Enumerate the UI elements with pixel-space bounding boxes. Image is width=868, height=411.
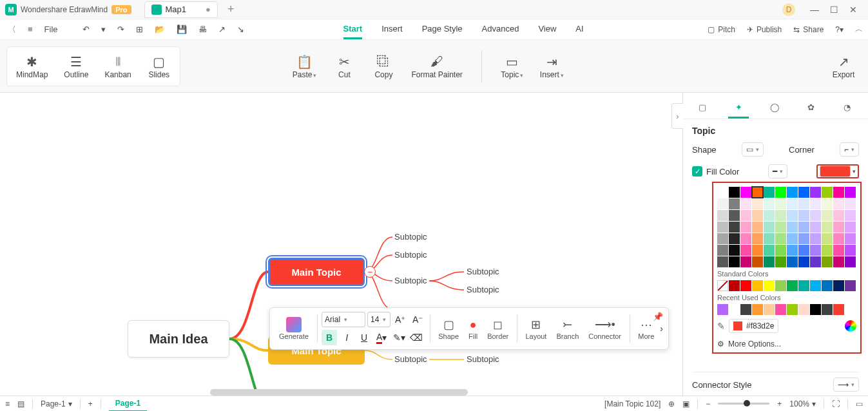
- color-swatch[interactable]: [822, 245, 833, 256]
- color-swatch[interactable]: [822, 187, 833, 198]
- color-swatch[interactable]: [810, 198, 821, 209]
- color-swatch[interactable]: [845, 245, 856, 256]
- color-swatch[interactable]: [775, 280, 786, 291]
- bold-button[interactable]: B: [322, 330, 337, 345]
- more-options-button[interactable]: ⚙More Options...: [717, 339, 856, 349]
- color-swatch[interactable]: [764, 198, 775, 209]
- color-swatch[interactable]: [717, 222, 728, 233]
- document-tab[interactable]: Map1 ●: [144, 1, 218, 18]
- topic-node-selected[interactable]: Main Topic: [268, 258, 365, 286]
- paste-button[interactable]: 📋Paste: [286, 50, 323, 83]
- color-swatch[interactable]: [810, 256, 821, 267]
- color-swatch[interactable]: [740, 198, 751, 209]
- color-swatch[interactable]: [833, 233, 844, 244]
- connector-style-select[interactable]: ⟶: [833, 378, 859, 392]
- color-swatch[interactable]: [833, 245, 844, 256]
- clear-format-button[interactable]: ⌫: [409, 330, 424, 345]
- color-swatch[interactable]: [787, 233, 798, 244]
- color-swatch[interactable]: [822, 280, 833, 291]
- color-swatch[interactable]: [833, 222, 844, 233]
- color-swatch[interactable]: [787, 245, 798, 256]
- menu-ai[interactable]: AI: [575, 20, 583, 39]
- color-swatch[interactable]: [740, 245, 751, 256]
- color-swatch[interactable]: [764, 245, 775, 256]
- color-swatch[interactable]: [729, 210, 740, 221]
- color-swatch[interactable]: [787, 187, 798, 198]
- horizontal-scrollbar[interactable]: [210, 389, 468, 396]
- color-swatch[interactable]: [810, 210, 821, 221]
- subtopic-node[interactable]: Subtopic: [467, 267, 499, 276]
- color-swatch[interactable]: [752, 233, 763, 244]
- color-swatch[interactable]: [752, 187, 763, 198]
- hex-input[interactable]: #f83d2e: [729, 319, 778, 333]
- format-painter-button[interactable]: 🖌Format Painter: [405, 50, 468, 83]
- panel-tab-style[interactable]: ✦: [728, 98, 749, 119]
- minimize-button[interactable]: —: [805, 5, 824, 15]
- color-swatch[interactable]: [729, 222, 740, 233]
- color-swatch[interactable]: [752, 256, 763, 267]
- color-swatch[interactable]: [764, 222, 775, 233]
- share-button[interactable]: ⇆Share: [793, 25, 824, 34]
- color-swatch[interactable]: [775, 304, 786, 315]
- color-swatch[interactable]: [775, 222, 786, 233]
- color-swatch[interactable]: [729, 256, 740, 267]
- shape-select[interactable]: ▭: [742, 142, 764, 157]
- page-tab[interactable]: Page-1: [109, 396, 147, 412]
- no-fill-swatch[interactable]: [717, 280, 728, 291]
- color-swatch[interactable]: [764, 233, 775, 244]
- color-swatch[interactable]: [775, 256, 786, 267]
- menu-start[interactable]: Start: [343, 20, 363, 39]
- maximize-button[interactable]: ☐: [824, 5, 844, 15]
- export-button[interactable]: ↗Export: [825, 50, 862, 83]
- color-swatch[interactable]: [798, 233, 809, 244]
- color-swatch[interactable]: [810, 245, 821, 256]
- subtopic-node[interactable]: Subtopic: [394, 250, 427, 260]
- color-swatch[interactable]: [822, 222, 833, 233]
- close-button[interactable]: ✕: [844, 5, 863, 15]
- zoom-in-button[interactable]: +: [777, 399, 782, 408]
- color-swatch[interactable]: [798, 245, 809, 256]
- fill-button[interactable]: ●Fill: [465, 316, 481, 341]
- color-swatch[interactable]: [822, 210, 833, 221]
- color-swatch[interactable]: [845, 210, 856, 221]
- color-swatch[interactable]: [717, 210, 728, 221]
- color-swatch[interactable]: [822, 198, 833, 209]
- color-swatch[interactable]: [764, 280, 775, 291]
- subtopic-node[interactable]: Subtopic: [394, 354, 427, 364]
- font-size-select[interactable]: 14: [367, 312, 391, 327]
- increase-font-button[interactable]: A⁺: [392, 312, 408, 327]
- color-swatch[interactable]: [729, 198, 740, 209]
- color-swatch[interactable]: [833, 280, 844, 291]
- underline-button[interactable]: U: [356, 330, 372, 345]
- color-swatch[interactable]: [752, 245, 763, 256]
- menu-page-style[interactable]: Page Style: [422, 20, 463, 39]
- cut-button[interactable]: ✂Cut: [326, 50, 362, 83]
- branch-button[interactable]: ⤚Branch: [552, 316, 583, 341]
- color-swatch[interactable]: [833, 304, 844, 315]
- panel-tab-icon[interactable]: ◯: [764, 98, 785, 119]
- publish-button[interactable]: ✈Publish: [747, 25, 782, 34]
- eyedropper-button[interactable]: ✎: [717, 321, 725, 331]
- color-swatch[interactable]: [752, 304, 763, 315]
- help-button[interactable]: ?▾: [835, 25, 844, 34]
- font-color-button[interactable]: A▾: [374, 330, 389, 345]
- expand-toolbar-button[interactable]: ›: [660, 321, 663, 336]
- view-kanban[interactable]: ⫴Kanban: [98, 50, 137, 83]
- italic-button[interactable]: I: [339, 330, 354, 345]
- color-swatch[interactable]: [717, 233, 728, 244]
- panel-collapse-button[interactable]: ›: [671, 103, 683, 129]
- panel-tab-history[interactable]: ◔: [836, 98, 857, 119]
- user-avatar[interactable]: D: [782, 3, 795, 16]
- color-swatch[interactable]: [764, 210, 775, 221]
- font-family-select[interactable]: Arial: [322, 312, 365, 327]
- color-swatch[interactable]: [717, 187, 728, 198]
- color-swatch[interactable]: [740, 256, 751, 267]
- menu-advanced[interactable]: Advanced: [482, 20, 519, 39]
- color-swatch[interactable]: [822, 256, 833, 267]
- color-swatch[interactable]: [764, 304, 775, 315]
- color-swatch[interactable]: [845, 222, 856, 233]
- outline-toggle[interactable]: ≡: [5, 399, 10, 408]
- color-swatch[interactable]: [798, 210, 809, 221]
- undo-button[interactable]: ↶: [80, 23, 92, 35]
- color-swatch[interactable]: [798, 198, 809, 209]
